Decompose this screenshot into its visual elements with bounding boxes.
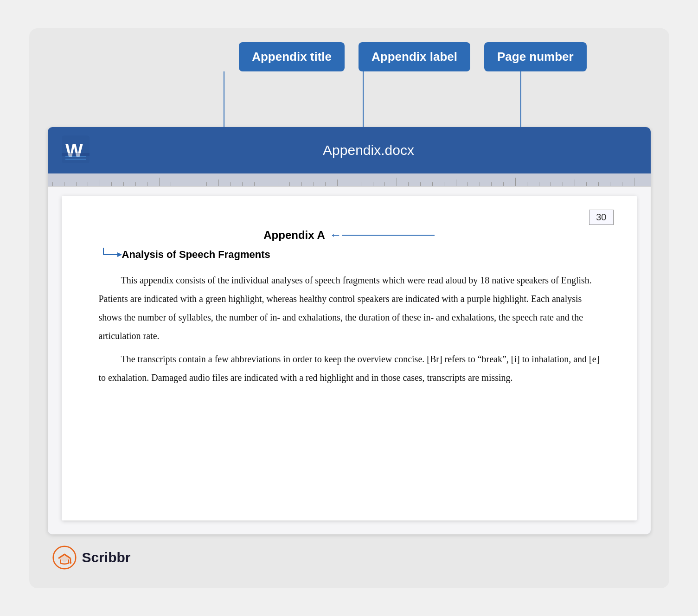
scribbr-brand-name: Scribbr — [82, 550, 131, 565]
appendix-title-connector-arrow — [99, 248, 122, 262]
svg-point-14 — [69, 562, 71, 564]
appendix-subheading: Analysis of Speech Fragments — [122, 249, 270, 261]
word-icon: W — [62, 135, 90, 165]
svg-rect-7 — [65, 159, 86, 160]
page-number-tooltip: Page number — [484, 42, 587, 71]
appendix-label-tooltip: Appendix label — [359, 42, 470, 71]
appendix-title-tooltip: Appendix title — [239, 42, 345, 71]
word-titlebar: W Appendix.docx — [48, 127, 651, 173]
scribbr-logo-icon — [52, 545, 77, 570]
appendix-label-arrow-icon: ← — [330, 228, 342, 242]
svg-rect-5 — [62, 153, 90, 156]
svg-text:W: W — [65, 140, 83, 160]
doc-page: 30 Appendix A ← — [62, 196, 637, 520]
page-number-box: 30 — [589, 210, 613, 225]
ruler — [48, 173, 651, 186]
appendix-heading: Appendix A — [263, 229, 325, 242]
appendix-label-connector — [342, 231, 435, 240]
connector-lines — [48, 71, 651, 127]
document-filename: Appendix.docx — [101, 142, 637, 158]
paragraph-2: The transcripts contain a few abbreviati… — [99, 350, 600, 387]
svg-rect-6 — [65, 156, 86, 157]
word-document-window: W Appendix.docx — [48, 127, 651, 534]
paragraph-1: This appendix consists of the individual… — [99, 271, 600, 345]
scribbr-footer: Scribbr — [48, 545, 651, 570]
document-body: 30 Appendix A ← — [48, 186, 651, 534]
svg-marker-11 — [117, 252, 122, 257]
